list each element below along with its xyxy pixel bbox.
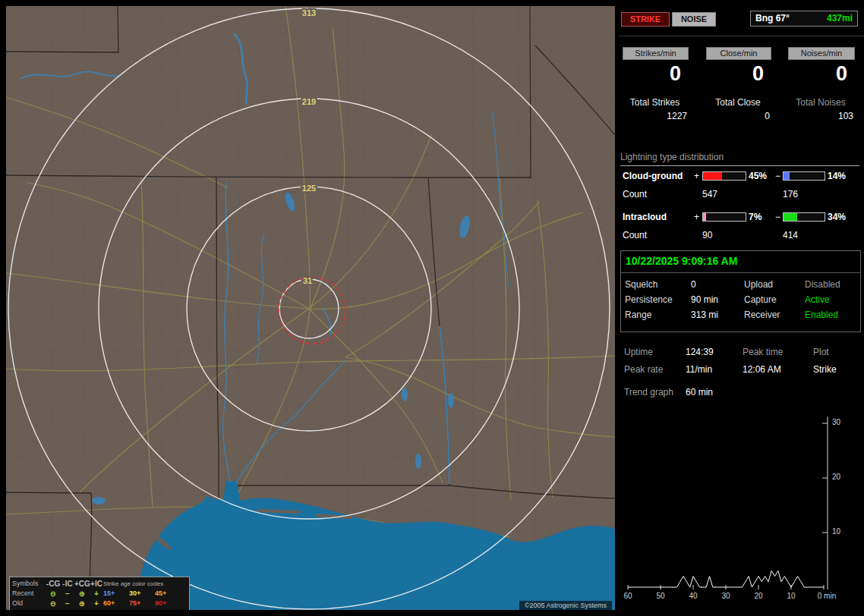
age-30: 30+ bbox=[129, 589, 155, 599]
ic-count-label: Count bbox=[623, 229, 647, 241]
receiver-status-box: 10/22/2025 9:09:16 AM Squelch 0 Upload D… bbox=[620, 250, 861, 332]
x-tick-30: 30 bbox=[721, 592, 730, 600]
total-close-value: 0 bbox=[706, 111, 773, 121]
range-label: Range bbox=[625, 307, 651, 322]
x-tick-20: 20 bbox=[754, 592, 762, 600]
upload-status: Disabled bbox=[805, 277, 840, 292]
x-tick-60: 60 bbox=[623, 592, 632, 600]
capture-status: Active bbox=[805, 292, 830, 307]
x-tick-10: 10 bbox=[787, 592, 795, 600]
bearing-value: Bng 67° bbox=[755, 11, 790, 26]
divider bbox=[619, 36, 864, 36]
ring-label-125: 125 bbox=[302, 184, 316, 193]
trend-line bbox=[628, 570, 824, 587]
intracloud-label: Intracloud bbox=[623, 211, 667, 223]
divider bbox=[621, 272, 860, 273]
receiver-status: Enabled bbox=[805, 307, 838, 322]
noises-per-min-value: 0 bbox=[788, 62, 847, 86]
trend-window-value: 60 min bbox=[686, 386, 713, 398]
cg-minus-count: 176 bbox=[783, 188, 798, 200]
x-tick-0: 0 min bbox=[818, 592, 836, 600]
total-strikes-label: Total Strikes bbox=[623, 97, 687, 108]
noises-per-min-button[interactable]: Noises/min bbox=[788, 47, 855, 60]
old-neg-cg-icon: ⊖ bbox=[46, 599, 61, 608]
uptime-label: Uptime bbox=[624, 346, 653, 358]
ic-minus-bar bbox=[783, 212, 825, 222]
cg-minus-bar-fill bbox=[784, 172, 790, 180]
ic-minus-sign: − bbox=[775, 211, 780, 223]
strike-indicator-button[interactable]: STRIKE bbox=[621, 12, 670, 27]
age-75: 75+ bbox=[129, 599, 155, 608]
squelch-value: 0 bbox=[691, 277, 696, 292]
recent-neg-ic-icon: − bbox=[61, 589, 74, 599]
ic-minus-count: 414 bbox=[783, 229, 798, 241]
cg-plus-count: 547 bbox=[702, 188, 717, 200]
ic-plus-sign: + bbox=[694, 211, 699, 223]
close-per-min-button[interactable]: Close/min bbox=[706, 47, 771, 60]
strike-legend: Symbols -CG -IC +CG +IC Strike age color… bbox=[9, 577, 190, 610]
distribution-title: Lightning type distribution bbox=[620, 152, 859, 166]
persistence-value: 90 min bbox=[691, 292, 718, 307]
ring-label-31: 31 bbox=[303, 276, 312, 285]
legend-col-pos-cg: +CG bbox=[74, 579, 90, 589]
cg-plus-bar bbox=[702, 171, 746, 181]
total-close-label: Total Close bbox=[706, 97, 770, 108]
strikes-per-min-value: 0 bbox=[623, 62, 681, 86]
legend-age-header: Strike age color codes bbox=[103, 579, 181, 589]
ring-label-219: 219 bbox=[302, 97, 316, 106]
age-60: 60+ bbox=[103, 599, 129, 608]
trend-graph-label: Trend graph bbox=[624, 386, 673, 398]
copyright-label: ©2005 Astrogenic Systems bbox=[519, 601, 612, 610]
receiver-label: Receiver bbox=[744, 307, 780, 322]
recent-pos-cg-icon: ⊕ bbox=[74, 589, 90, 599]
total-noises-label: Total Noises bbox=[788, 97, 853, 108]
y-tick-30: 30 bbox=[832, 418, 840, 426]
age-45: 45+ bbox=[155, 589, 181, 599]
legend-col-pos-ic: +IC bbox=[90, 579, 103, 589]
plot-value: Strike bbox=[813, 363, 837, 376]
persistence-label: Persistence bbox=[625, 292, 673, 307]
peak-rate-value: 11/min bbox=[686, 363, 712, 376]
x-tick-50: 50 bbox=[656, 592, 664, 600]
noise-indicator-button[interactable]: NOISE bbox=[672, 12, 716, 27]
capture-label: Capture bbox=[744, 292, 777, 307]
y-tick-20: 20 bbox=[832, 473, 840, 481]
old-neg-ic-icon: − bbox=[61, 599, 74, 608]
cg-minus-pct: 14% bbox=[828, 170, 846, 182]
close-per-min-value: 0 bbox=[706, 62, 764, 86]
age-90: 90+ bbox=[155, 599, 181, 608]
legend-col-neg-cg: -CG bbox=[46, 579, 61, 589]
cloud-ground-label: Cloud-ground bbox=[623, 170, 683, 182]
legend-col-neg-ic: -IC bbox=[61, 579, 74, 589]
old-pos-cg-icon: ⊕ bbox=[74, 599, 90, 608]
map-canvas: 313 219 125 31 bbox=[6, 6, 615, 610]
status-panel: STRIKE NOISE Bng 67° 437mi Strikes/min C… bbox=[619, 0, 864, 616]
cg-minus-sign: − bbox=[775, 170, 780, 182]
app-window: 313 219 125 31 Symbols -CG -IC +CG +IC S… bbox=[0, 0, 864, 616]
peak-rate-label: Peak rate bbox=[624, 363, 663, 376]
ic-minus-pct: 34% bbox=[828, 211, 846, 223]
recent-neg-cg-icon: ⊖ bbox=[46, 589, 61, 599]
datetime-display: 10/22/2025 9:09:16 AM bbox=[626, 255, 737, 267]
legend-symbols-header: Symbols bbox=[12, 579, 46, 589]
old-pos-ic-icon: + bbox=[90, 599, 103, 608]
y-tick-10: 10 bbox=[832, 527, 840, 536]
squelch-label: Squelch bbox=[625, 277, 657, 292]
legend-old-label: Old bbox=[12, 599, 46, 608]
ring-label-313: 313 bbox=[302, 8, 316, 17]
ic-plus-count: 90 bbox=[702, 229, 712, 241]
cg-count-label: Count bbox=[623, 188, 647, 200]
strikes-per-min-button[interactable]: Strikes/min bbox=[623, 47, 689, 60]
ic-plus-bar-fill bbox=[703, 213, 706, 221]
legend-recent-label: Recent bbox=[12, 589, 46, 599]
trend-graph: 30 20 10 60 50 40 30 20 10 0 min bbox=[620, 407, 862, 614]
range-setting-value: 313 mi bbox=[691, 307, 718, 322]
cg-plus-sign: + bbox=[694, 170, 699, 182]
age-15: 15+ bbox=[103, 589, 129, 599]
bearing-range-display: Bng 67° 437mi bbox=[750, 11, 858, 27]
ic-plus-pct: 7% bbox=[749, 211, 762, 223]
cg-plus-bar-fill bbox=[703, 172, 722, 180]
radar-map[interactable]: 313 219 125 31 Symbols -CG -IC +CG +IC S… bbox=[6, 6, 615, 610]
cg-plus-pct: 45% bbox=[749, 170, 767, 182]
total-noises-value: 103 bbox=[788, 111, 856, 121]
